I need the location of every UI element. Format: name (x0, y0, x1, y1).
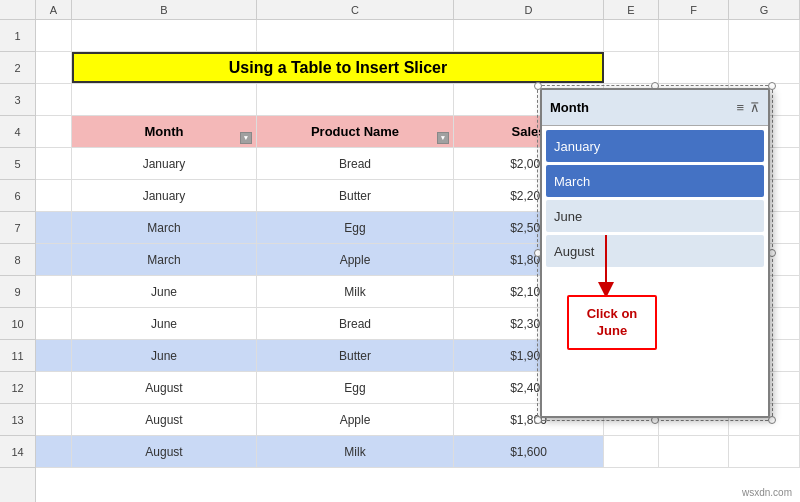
cell-b11[interactable]: June (72, 340, 257, 371)
row-header-6[interactable]: 6 (0, 180, 35, 212)
cell-b9[interactable]: June (72, 276, 257, 307)
row-header-3[interactable]: 3 (0, 84, 35, 116)
cell-b10[interactable]: June (72, 308, 257, 339)
row-header-2[interactable]: 2 (0, 52, 35, 84)
row-header-5[interactable]: 5 (0, 148, 35, 180)
cell-b5[interactable]: January (72, 148, 257, 179)
table-row: August Milk $1,600 (36, 436, 800, 468)
cell-a5[interactable] (36, 148, 72, 179)
row-header-11[interactable]: 11 (0, 340, 35, 372)
cell-g14[interactable] (729, 436, 800, 467)
cell-a14[interactable] (36, 436, 72, 467)
click-annotation-label: Click onJune (587, 306, 638, 340)
cell-c3[interactable] (257, 84, 454, 115)
col-header-a[interactable]: A (36, 0, 72, 19)
row-header-14[interactable]: 14 (0, 436, 35, 468)
cell-c9[interactable]: Milk (257, 276, 454, 307)
cell-c13[interactable]: Apple (257, 404, 454, 435)
cell-b1[interactable] (72, 20, 257, 51)
slicer-item-label: August (554, 244, 594, 259)
slicer-title: Month (550, 100, 589, 115)
product-header-label: Product Name (311, 124, 399, 139)
slicer-item-label: March (554, 174, 590, 189)
cell-a7[interactable] (36, 212, 72, 243)
row-header-8[interactable]: 8 (0, 244, 35, 276)
cell-a9[interactable] (36, 276, 72, 307)
cell-g1[interactable] (729, 20, 800, 51)
slicer-item-june[interactable]: June (546, 200, 764, 232)
row-header-7[interactable]: 7 (0, 212, 35, 244)
slicer-item-august[interactable]: August (546, 235, 764, 267)
col-header-g[interactable]: G (729, 0, 800, 19)
table-col-month[interactable]: Month ▾ (72, 116, 257, 147)
col-header-d[interactable]: D (454, 0, 604, 19)
col-header-e[interactable]: E (604, 0, 659, 19)
slicer-item-march[interactable]: March (546, 165, 764, 197)
cell-b7[interactable]: March (72, 212, 257, 243)
cell-c7[interactable]: Egg (257, 212, 454, 243)
month-header-label: Month (145, 124, 184, 139)
row-header-12[interactable]: 12 (0, 372, 35, 404)
cell-a13[interactable] (36, 404, 72, 435)
cell-f2[interactable] (659, 52, 729, 83)
cell-a4[interactable] (36, 116, 72, 147)
cell-c11[interactable]: Butter (257, 340, 454, 371)
col-header-b[interactable]: B (72, 0, 257, 19)
slicer-item-label: June (554, 209, 582, 224)
spreadsheet: A B C D E F G 1 2 3 4 5 6 7 8 9 10 11 12… (0, 0, 800, 502)
row-header-9[interactable]: 9 (0, 276, 35, 308)
slicer-widget[interactable]: Month ≡ ⊼ January March June August (540, 88, 770, 418)
cell-a2[interactable] (36, 52, 72, 83)
slicer-item-january[interactable]: January (546, 130, 764, 162)
cell-c8[interactable]: Apple (257, 244, 454, 275)
row-header-4[interactable]: 4 (0, 116, 35, 148)
row-headers: 1 2 3 4 5 6 7 8 9 10 11 12 13 14 (0, 20, 36, 502)
watermark: wsxdn.com (742, 487, 792, 498)
col-header-f[interactable]: F (659, 0, 729, 19)
title-cell[interactable]: Using a Table to Insert Slicer (72, 52, 604, 83)
cell-c12[interactable]: Egg (257, 372, 454, 403)
click-on-june-annotation: Click onJune (567, 295, 657, 350)
cell-c14[interactable]: Milk (257, 436, 454, 467)
cell-a11[interactable] (36, 340, 72, 371)
slicer-body: January March June August (542, 126, 768, 271)
product-dropdown-arrow[interactable]: ▾ (437, 132, 449, 144)
row-header-10[interactable]: 10 (0, 308, 35, 340)
cell-e2[interactable] (604, 52, 659, 83)
cell-c5[interactable]: Bread (257, 148, 454, 179)
cell-c1[interactable] (257, 20, 454, 51)
col-header-c[interactable]: C (257, 0, 454, 19)
cell-b12[interactable]: August (72, 372, 257, 403)
row-header-13[interactable]: 13 (0, 404, 35, 436)
cell-g2[interactable] (729, 52, 800, 83)
slicer-header: Month ≡ ⊼ (542, 90, 768, 126)
slicer-item-label: January (554, 139, 600, 154)
cell-e1[interactable] (604, 20, 659, 51)
cell-a10[interactable] (36, 308, 72, 339)
cell-d14[interactable]: $1,600 (454, 436, 604, 467)
cell-b3[interactable] (72, 84, 257, 115)
grid-row-2: Using a Table to Insert Slicer (36, 52, 800, 84)
row-header-1[interactable]: 1 (0, 20, 35, 52)
multiselect-icon[interactable]: ≡ (736, 100, 744, 115)
cell-b14[interactable]: August (72, 436, 257, 467)
corner-header (0, 0, 36, 19)
cell-c6[interactable]: Butter (257, 180, 454, 211)
clear-filter-icon[interactable]: ⊼ (750, 100, 760, 115)
cell-c10[interactable]: Bread (257, 308, 454, 339)
month-dropdown-arrow[interactable]: ▾ (240, 132, 252, 144)
cell-a6[interactable] (36, 180, 72, 211)
column-headers: A B C D E F G (0, 0, 800, 20)
cell-a12[interactable] (36, 372, 72, 403)
cell-f1[interactable] (659, 20, 729, 51)
table-col-product[interactable]: Product Name ▾ (257, 116, 454, 147)
cell-b6[interactable]: January (72, 180, 257, 211)
cell-a3[interactable] (36, 84, 72, 115)
cell-e14[interactable] (604, 436, 659, 467)
cell-a1[interactable] (36, 20, 72, 51)
cell-d1[interactable] (454, 20, 604, 51)
cell-b8[interactable]: March (72, 244, 257, 275)
cell-f14[interactable] (659, 436, 729, 467)
cell-b13[interactable]: August (72, 404, 257, 435)
cell-a8[interactable] (36, 244, 72, 275)
